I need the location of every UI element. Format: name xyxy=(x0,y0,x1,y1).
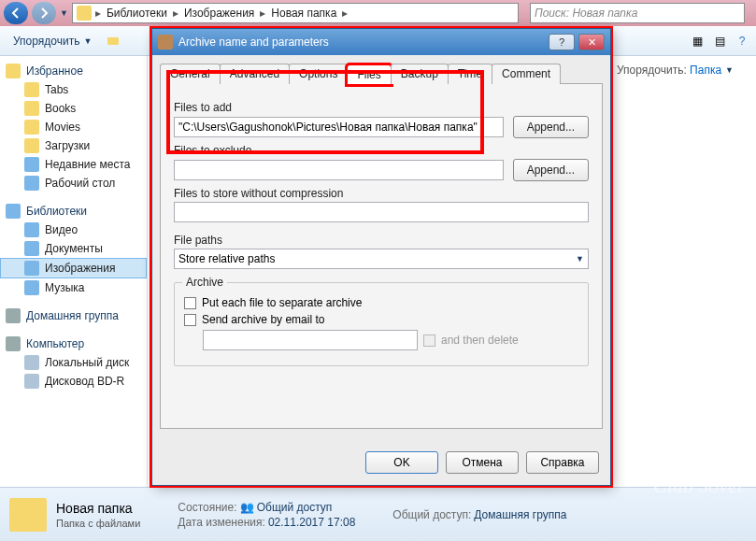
sidebar-computer[interactable]: Компьютер xyxy=(0,335,147,353)
help-icon[interactable]: ? xyxy=(734,33,750,50)
tab-panel-files: Files to add Append... Files to exclude … xyxy=(160,83,603,429)
chevron-down-icon: ▼ xyxy=(83,36,92,46)
disc-icon xyxy=(24,374,39,389)
documents-icon xyxy=(24,241,39,256)
details-subtitle: Папка с файлами xyxy=(56,518,140,529)
sidebar-libraries[interactable]: Библиотеки xyxy=(0,202,147,221)
drive-icon xyxy=(24,355,39,370)
winrar-icon xyxy=(158,35,173,50)
tab-backup[interactable]: Backup xyxy=(391,64,449,84)
dialog-title-text: Archive name and parameters xyxy=(178,36,329,49)
state-val: Общий доступ xyxy=(257,501,333,514)
share-icon: 👥 xyxy=(240,501,254,514)
libraries-icon xyxy=(6,204,21,219)
dialog-footer: OK Отмена Справка xyxy=(365,451,599,474)
organize-button[interactable]: Упорядочить ▼ xyxy=(6,32,99,50)
chevron-right-icon: ▸ xyxy=(342,7,348,20)
sidebar-item-selected[interactable]: Изображения xyxy=(0,258,147,278)
details-pane: Новая папка Папка с файлами Состояние: 👥… xyxy=(0,487,756,541)
archive-groupbox: Archive Put each file to separate archiv… xyxy=(174,282,589,366)
search-input[interactable]: Поиск: Новая папка xyxy=(530,3,745,23)
file-paths-label: File paths xyxy=(174,234,589,247)
files-to-exclude-input[interactable] xyxy=(174,160,504,180)
sidebar-favorites[interactable]: Избранное xyxy=(0,62,147,80)
breadcrumb-seg[interactable]: Новая папка xyxy=(269,7,338,20)
files-to-exclude-label: Files to exclude xyxy=(174,144,589,157)
checkbox-email[interactable] xyxy=(184,314,196,326)
details-title: Новая папка xyxy=(56,501,140,516)
folder-icon xyxy=(9,498,47,532)
tab-general[interactable]: General xyxy=(160,64,221,84)
desktop-icon xyxy=(24,176,39,191)
tab-files[interactable]: Files xyxy=(347,64,391,85)
close-button[interactable]: ✕ xyxy=(578,34,605,50)
tabstrip: General Advanced Options Files Backup Ti… xyxy=(160,64,603,84)
sidebar-item[interactable]: Документы xyxy=(0,239,147,258)
sidebar-item[interactable]: Movies xyxy=(0,118,147,136)
dialog-titlebar[interactable]: Archive name and parameters ? ✕ xyxy=(152,29,610,55)
folder-icon xyxy=(77,6,92,21)
sidebar-item[interactable]: Рабочий стол xyxy=(0,174,147,192)
chevron-right-icon: ▸ xyxy=(173,7,178,20)
chevron-down-icon: ▼ xyxy=(725,65,734,75)
checkbox-separate-label: Put each file to separate archive xyxy=(202,296,362,309)
help-button[interactable]: ? xyxy=(549,34,575,50)
tab-comment[interactable]: Comment xyxy=(492,64,561,84)
preview-pane-icon[interactable]: ▤ xyxy=(711,33,728,50)
date-key: Дата изменения: xyxy=(178,516,265,529)
navigation-tree: Избранное Tabs Books Movies Загрузки Нед… xyxy=(0,56,148,487)
help-button[interactable]: Справка xyxy=(526,451,599,474)
view-icon[interactable]: ▦ xyxy=(689,33,706,50)
video-icon xyxy=(24,222,39,237)
right-panel: Упорядочить: Папка ▼ xyxy=(606,56,756,487)
tab-time[interactable]: Time xyxy=(448,64,492,84)
file-paths-select[interactable]: Store relative paths ▼ xyxy=(174,249,589,269)
chevron-down-icon: ▼ xyxy=(576,254,584,263)
svg-rect-0 xyxy=(107,37,119,45)
star-icon xyxy=(6,64,21,78)
nav-back-button[interactable] xyxy=(4,2,28,24)
chevron-right-icon: ▸ xyxy=(260,7,265,20)
sidebar-homegroup[interactable]: Домашняя группа xyxy=(0,306,147,325)
sidebar-label: Библиотеки xyxy=(26,205,87,218)
files-to-add-input[interactable] xyxy=(174,117,504,137)
folder-icon xyxy=(24,101,39,116)
append-button-exclude[interactable]: Append... xyxy=(513,159,589,181)
append-button-add[interactable]: Append... xyxy=(513,116,589,138)
share-icon[interactable] xyxy=(105,33,121,50)
sidebar-item[interactable]: Загрузки xyxy=(0,136,147,155)
breadcrumb-seg[interactable]: Библиотеки xyxy=(105,7,169,20)
archive-legend: Archive xyxy=(182,276,227,289)
files-to-store-input[interactable] xyxy=(174,202,589,222)
sidebar-item[interactable]: Дисковод BD-R xyxy=(0,372,147,391)
tab-advanced[interactable]: Advanced xyxy=(220,64,290,84)
sidebar-item[interactable]: Музыка xyxy=(0,278,147,297)
sidebar-item[interactable]: Недавние места xyxy=(0,155,147,174)
nav-forward-button[interactable] xyxy=(32,2,56,24)
ok-button[interactable]: OK xyxy=(365,451,438,474)
breadcrumb-seg[interactable]: Изображения xyxy=(182,7,256,20)
sidebar-item[interactable]: Tabs xyxy=(0,80,147,99)
nav-history-dropdown[interactable]: ▼ xyxy=(60,8,68,18)
archive-parameters-dialog: Archive name and parameters ? ✕ General … xyxy=(151,28,611,486)
cancel-button[interactable]: Отмена xyxy=(446,451,519,474)
file-paths-value: Store relative paths xyxy=(178,252,275,265)
sidebar-item[interactable]: Видео xyxy=(0,221,147,239)
search-placeholder: Поиск: Новая папка xyxy=(535,7,637,20)
checkbox-email-label: Send archive by email to xyxy=(202,313,324,326)
music-icon xyxy=(24,280,39,295)
sidebar-item[interactable]: Локальный диск xyxy=(0,353,147,372)
then-delete-label: and then delete xyxy=(441,334,519,347)
sidebar-label: Избранное xyxy=(26,64,83,78)
state-key: Состояние: xyxy=(178,501,236,514)
sort-dropdown[interactable]: Папка ▼ xyxy=(690,64,734,77)
access-val: Домашняя группа xyxy=(474,508,566,521)
sidebar-item[interactable]: Books xyxy=(0,99,147,118)
checkbox-then-delete xyxy=(423,335,435,347)
address-bar[interactable]: ▸ Библиотеки ▸ Изображения ▸ Новая папка… xyxy=(72,3,519,23)
files-to-store-label: Files to store without compression xyxy=(174,187,589,200)
checkbox-separate[interactable] xyxy=(184,297,196,309)
email-input[interactable] xyxy=(203,330,418,350)
tab-options[interactable]: Options xyxy=(289,64,348,84)
recent-icon xyxy=(24,157,39,172)
